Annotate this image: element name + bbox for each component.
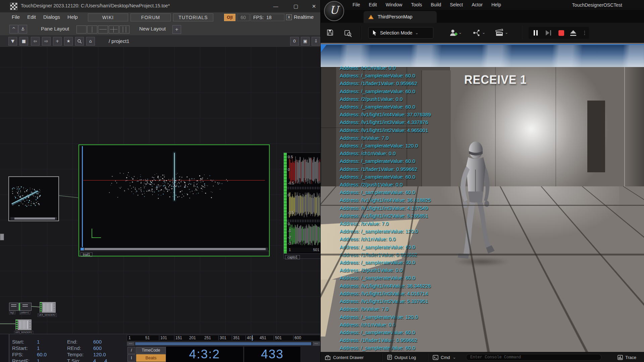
chop-x-axis: 1 501 <box>287 248 320 252</box>
network-editor-canvas[interactable]: trail1 0.50-0.50-0.50-1-2-3 1 501 capto1… <box>0 47 320 334</box>
menu-build[interactable]: Build <box>426 0 445 9</box>
beats-button[interactable]: Beats <box>136 354 166 362</box>
back-icon[interactable]: ⇦ <box>31 37 40 46</box>
stop-button[interactable] <box>555 27 567 39</box>
timecode-button[interactable]: TimeCode <box>136 347 166 354</box>
integer-mode-button[interactable]: I <box>127 354 136 362</box>
timeline-value[interactable]: 600 <box>93 345 102 351</box>
layout-preset-grid[interactable] <box>109 25 119 34</box>
layout-preset-hsplit[interactable] <box>98 25 108 34</box>
add-layout-button[interactable]: + <box>172 25 181 34</box>
chop-waveform-node[interactable]: 0.50-0.50-0.50-1-2-3 1 501 capto1 <box>283 153 320 259</box>
node-name[interactable]: capto1 <box>285 255 300 259</box>
node-scrollbar[interactable] <box>10 217 57 220</box>
menu-file[interactable]: File <box>348 0 365 9</box>
target-fps-box[interactable]: 60 <box>237 14 250 21</box>
stop-icon[interactable]: ■ <box>19 37 28 46</box>
osc-sender-node-1[interactable] <box>15 319 32 330</box>
search-icon[interactable] <box>75 37 84 46</box>
menu-edit[interactable]: Edit <box>23 12 40 21</box>
cmd-dropdown[interactable]: Cmd ⌄ <box>433 352 456 362</box>
chop-node-small-a[interactable] <box>9 303 18 311</box>
ruler-tick: 251 <box>204 336 211 340</box>
drop-down-pane-icon[interactable]: ⇩ <box>312 37 320 46</box>
add-icon[interactable]: + <box>53 37 62 46</box>
timeline-value[interactable]: 60.0 <box>37 352 47 357</box>
ruler-tick: 401 <box>246 336 254 340</box>
project-name: TouchDesignerOSCTest <box>572 2 622 8</box>
anchor-icon[interactable]: ⚓ <box>18 25 27 34</box>
forward-icon[interactable]: ⇨ <box>42 37 51 46</box>
viewer-scrollbar[interactable] <box>80 248 268 250</box>
menu-actor[interactable]: Actor <box>467 0 487 9</box>
menu-select[interactable]: Select <box>445 0 467 9</box>
layout-preset-vsplit[interactable] <box>87 25 97 34</box>
selection-mode-dropdown[interactable]: Selection Mode ⌄ <box>368 27 433 39</box>
output-log-button[interactable]: Output Log <box>387 352 416 362</box>
timeline-ruler[interactable]: 151101151201251301351401451501600 <box>127 335 320 341</box>
osc-sender-node-2[interactable] <box>40 302 56 313</box>
minimize-button[interactable]: — <box>268 0 284 12</box>
frame-skip-button[interactable] <box>543 27 554 39</box>
output-log-icon <box>387 355 392 360</box>
chop-axis-label: -0.5 <box>288 181 294 185</box>
chop-node-small-b[interactable] <box>19 303 32 311</box>
display-flag-box[interactable]: 0 <box>290 37 299 46</box>
browse-mode-icon[interactable] <box>343 28 352 37</box>
menu-file[interactable]: File <box>8 12 23 21</box>
collapse-icon[interactable]: ^ <box>9 25 18 34</box>
pause-button[interactable] <box>530 27 541 39</box>
unreal-logo[interactable]: U <box>324 1 344 21</box>
menu-window[interactable]: Window <box>381 0 407 9</box>
frame-mode-button[interactable]: / <box>127 347 136 354</box>
timeline-value[interactable]: 120.0 <box>93 352 106 357</box>
3d-viewport[interactable]: RECEIVE 1 <box>321 43 644 352</box>
more-options-icon[interactable]: ⋮ <box>579 27 590 39</box>
node-name[interactable]: trail1 <box>80 252 93 257</box>
layout-preset-single[interactable] <box>76 25 87 34</box>
save-icon[interactable] <box>326 28 335 37</box>
maximize-button[interactable]: ▢ <box>288 0 304 12</box>
timeline-value[interactable]: 1 <box>37 339 40 345</box>
chevron-down-icon: ⌄ <box>415 31 419 35</box>
menu-dialogs[interactable]: Dialogs <box>40 12 64 21</box>
link-wiki[interactable]: WIKI <box>88 13 128 21</box>
timeline-value[interactable]: 4 4 <box>93 358 107 362</box>
tab-thirdpersonmap[interactable]: ThirdPersonMap <box>364 11 437 23</box>
cinematics-icon[interactable]: ⌄ <box>495 28 504 37</box>
timeline-scrollbar[interactable]: ••• ••• <box>127 342 320 346</box>
perf-monitor-toggle[interactable]: O|I <box>224 14 235 21</box>
close-button[interactable]: ✕ <box>306 0 320 12</box>
clipped-edge-node[interactable] <box>0 234 4 240</box>
layout-preset-3col[interactable] <box>119 25 129 34</box>
dropdown-arrow-icon[interactable]: ▼ <box>8 37 17 46</box>
console-command-input[interactable] <box>466 354 601 361</box>
menu-edit[interactable]: Edit <box>365 0 381 9</box>
link-forum[interactable]: FORUM <box>130 13 171 21</box>
level-icon <box>368 15 374 19</box>
add-actor-icon[interactable]: ⌄ <box>449 28 458 37</box>
eject-button[interactable] <box>568 27 579 39</box>
touchdesigner-logo-icon <box>10 3 17 10</box>
timeline-value[interactable]: 1 <box>37 345 40 351</box>
menu-help[interactable]: Help <box>487 0 505 9</box>
realtime-checkbox[interactable]: X <box>286 14 292 20</box>
home-icon[interactable]: ⌂ <box>86 37 95 46</box>
viewport-active-border <box>321 44 644 45</box>
menu-tools[interactable]: Tools <box>407 0 426 9</box>
pointcloud-node-small[interactable] <box>8 176 59 221</box>
menu-help[interactable]: Help <box>64 12 82 21</box>
osc-log-line: Address: /txValue: 7.0 <box>340 220 431 227</box>
trace-button[interactable]: Trace <box>618 352 636 362</box>
bookmark-star-icon[interactable]: ★ <box>64 37 73 46</box>
timeline-value[interactable]: 1 <box>37 358 40 362</box>
timeline-value[interactable]: 600 <box>93 339 102 345</box>
td-titlebar[interactable]: TouchDesigner 2023.12120: C:/Users/harri… <box>0 0 320 13</box>
link-tutorials[interactable]: TUTORIALS <box>173 13 213 21</box>
blueprints-icon[interactable]: ⌄ <box>472 28 481 37</box>
content-drawer-button[interactable]: Content Drawer <box>325 352 364 362</box>
network-path[interactable]: / project1 <box>109 38 129 44</box>
osc-log-line: Address: /txValue: 7.0 <box>340 134 431 142</box>
maximize-pane-icon[interactable]: ▣ <box>301 37 310 46</box>
trail-node-viewer[interactable]: trail1 <box>78 144 270 256</box>
